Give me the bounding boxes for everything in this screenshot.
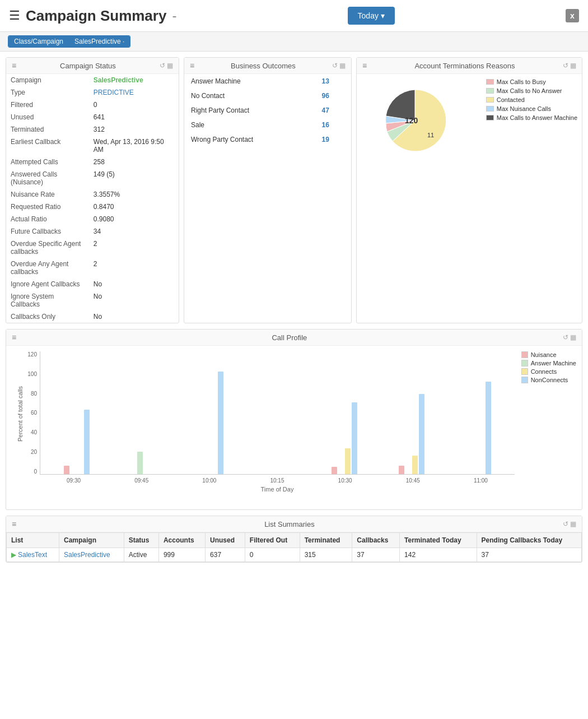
- header-left: ☰ Campaign Summary -: [9, 7, 176, 25]
- chart-legend-item: Nuisance: [521, 351, 576, 358]
- breadcrumb-inner[interactable]: Class/Campaign SalesPredictive ·: [8, 35, 130, 48]
- campaign-table-row: Terminated312: [6, 123, 179, 136]
- pie-small-label: 11: [427, 132, 434, 138]
- list-table-cell: 0: [245, 548, 300, 562]
- call-profile-menu-icon[interactable]: ≡: [12, 333, 16, 342]
- list-table-cell: 637: [206, 548, 245, 562]
- list-summaries-menu-icon[interactable]: ≡: [12, 519, 16, 528]
- outcome-value: 47: [315, 103, 351, 118]
- campaign-table-row: Answered Calls (Nuisance)149 (5): [6, 168, 179, 188]
- campaign-row-label: Attempted Calls: [6, 156, 89, 168]
- outcomes-table-row: Answer Machine13: [184, 74, 351, 89]
- campaign-row-label: Overdue Specific Agent callbacks: [6, 238, 89, 258]
- bar-answer_machine: [137, 452, 143, 474]
- legend-color: [486, 79, 494, 85]
- top-panels: ≡ Campaign Status ↺ ▦ CampaignSalesPredi…: [6, 57, 582, 323]
- x-label: 09:30: [40, 476, 108, 484]
- outcomes-table-row: No Contact96: [184, 89, 351, 103]
- today-button[interactable]: Today ▾: [348, 7, 395, 25]
- x-label: 11:00: [447, 476, 515, 484]
- bar-group: [445, 382, 512, 474]
- terminations-inner: 120 11 Max Calls to BusyMax Calls to No …: [357, 74, 582, 161]
- bar-nonconnects: [84, 410, 90, 475]
- bar-nonconnects: [486, 382, 491, 474]
- legend-item: Max Calls to No Answer: [486, 87, 577, 94]
- campaign-row-value: No: [89, 278, 179, 290]
- campaign-table-row: Overdue Specific Agent callbacks2: [6, 238, 179, 258]
- bar-connects: [345, 448, 351, 474]
- outcome-value: 19: [315, 132, 351, 147]
- campaign-row-value: No: [89, 310, 179, 323]
- outcomes-icons: ↺ ▦: [332, 62, 346, 69]
- campaign-row-value[interactable]: SalesPredictive: [89, 74, 179, 86]
- bar-nuisance: [399, 466, 404, 474]
- bar-group: [177, 372, 244, 474]
- campaign-row-value: 2: [89, 258, 179, 278]
- close-button[interactable]: x: [566, 9, 579, 22]
- chart-legend-item: Answer Machine: [521, 360, 576, 367]
- legend-label: Max Calls to Busy: [497, 78, 546, 85]
- campaign-row-value: 2: [89, 238, 179, 258]
- campaign-row-value: 258: [89, 156, 179, 168]
- x-label: 09:45: [108, 476, 175, 484]
- legend-item: Max Calls to Answer Machine: [486, 114, 577, 121]
- campaign-table-row: Attempted Calls258: [6, 156, 179, 168]
- list-table-cell[interactable]: ▶SalesText: [7, 548, 59, 562]
- list-table-header: Unused: [206, 533, 245, 548]
- campaign-table-row: Actual Ratio0.9080: [6, 213, 179, 225]
- breadcrumb-root[interactable]: Class/Campaign: [8, 36, 69, 47]
- bar-group: [378, 394, 445, 474]
- bar-nonconnects: [419, 394, 424, 474]
- list-name-link[interactable]: SalesText: [18, 551, 47, 559]
- chart-legend-label: Nuisance: [531, 351, 557, 358]
- list-table-cell[interactable]: SalesPredictive: [59, 548, 124, 562]
- list-table-row: ▶SalesTextSalesPredictiveActive999637031…: [7, 548, 582, 562]
- menu-icon: ☰: [9, 8, 20, 23]
- list-table-header: Callbacks: [352, 533, 400, 548]
- list-table-cell: 999: [158, 548, 205, 562]
- x-label: 10:15: [243, 476, 311, 484]
- list-table-header: Terminated: [300, 533, 352, 548]
- breadcrumb-leaf[interactable]: SalesPredictive ·: [69, 36, 130, 47]
- outcomes-menu-icon[interactable]: ≡: [190, 61, 194, 70]
- campaign-row-value: 0: [89, 99, 179, 111]
- campaign-name-link[interactable]: SalesPredictive: [64, 551, 110, 559]
- bar-group: [110, 452, 178, 474]
- campaign-row-label: Terminated: [6, 123, 89, 136]
- campaign-row-value[interactable]: PREDICTIVE: [89, 86, 179, 99]
- campaign-row-label: Future Callbacks: [6, 225, 89, 238]
- chart-legend-color: [521, 377, 528, 383]
- legend-label: Max Calls to Answer Machine: [497, 114, 577, 121]
- legend-color: [486, 97, 494, 103]
- chart-legend-color: [521, 360, 528, 367]
- campaign-row-label: Overdue Any Agent callbacks: [6, 258, 89, 278]
- legend-color: [486, 88, 494, 94]
- list-summaries-panel: ≡ List Summaries ↺ ▦ ListCampaignStatusA…: [6, 516, 582, 563]
- chart-legend-label: Answer Machine: [531, 360, 576, 367]
- campaign-row-label: Requested Ratio: [6, 201, 89, 213]
- campaign-row-value: No: [89, 290, 179, 310]
- list-table-header: Pending Callbacks Today: [477, 533, 581, 548]
- terminations-icons: ↺ ▦: [563, 62, 576, 69]
- chart-legend-color: [521, 351, 528, 358]
- chart-legend: NuisanceAnswer MachineConnectsNonConnect…: [521, 351, 576, 385]
- outcome-value: 13: [315, 74, 351, 89]
- campaign-menu-icon[interactable]: ≡: [12, 61, 16, 70]
- outcomes-table-row: Wrong Party Contact19: [184, 132, 351, 147]
- campaign-table-row: Requested Ratio0.8470: [6, 201, 179, 213]
- campaign-row-value: 0.9080: [89, 213, 179, 225]
- campaign-row-label: Answered Calls (Nuisance): [6, 168, 89, 188]
- list-table-header: List: [7, 533, 59, 548]
- campaign-row-label: Filtered: [6, 99, 89, 111]
- campaign-row-value: 149 (5): [89, 168, 179, 188]
- campaign-row-value: 0.8470: [89, 201, 179, 213]
- outcome-label: Sale: [184, 118, 315, 132]
- chart-legend-label: NonConnects: [531, 377, 568, 383]
- campaign-table-row: CampaignSalesPredictive: [6, 74, 179, 86]
- campaign-row-value: Wed, Apr 13, 2016 9:50 AM: [89, 136, 179, 156]
- x-label: 10:30: [311, 476, 379, 484]
- campaign-row-value: 312: [89, 123, 179, 136]
- terminations-menu-icon[interactable]: ≡: [362, 61, 367, 70]
- bar-group: [43, 410, 110, 475]
- list-table-cell: Active: [124, 548, 158, 562]
